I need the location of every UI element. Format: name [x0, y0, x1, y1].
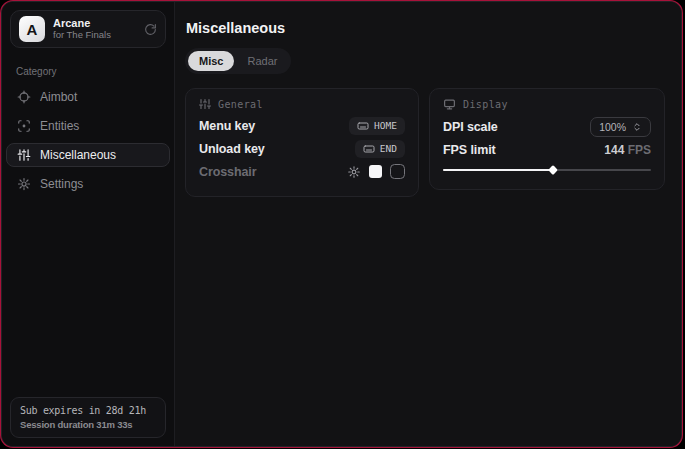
- monitor-icon: [443, 98, 456, 111]
- display-panel: Display DPI scale 100% FPS limit: [429, 88, 665, 190]
- crosshair-icon: [17, 90, 31, 104]
- main-content: Miscellaneous Misc Radar General Menu ke…: [175, 2, 681, 446]
- session-duration-text: Session duration 31m 33s: [20, 419, 156, 430]
- app-window: A Arcane for The Finals Category Aimbot: [1, 1, 682, 447]
- menu-key-label: Menu key: [199, 119, 255, 133]
- sliders-small-icon: [199, 98, 211, 110]
- crosshair-controls: [347, 164, 405, 179]
- unload-key-label: Unload key: [199, 142, 265, 156]
- sub-expiry-text: Sub expires in 28d 21h: [20, 405, 156, 416]
- sidebar-nav: Aimbot Entities Miscellaneous: [2, 83, 174, 198]
- sidebar-item-label: Entities: [40, 119, 79, 133]
- menu-key-row: Menu key HOME: [199, 114, 405, 137]
- dpi-scale-row: DPI scale 100%: [443, 115, 651, 138]
- general-panel: General Menu key HOME Unload key: [185, 88, 419, 197]
- sidebar-item-settings[interactable]: Settings: [6, 172, 170, 196]
- sidebar-item-entities[interactable]: Entities: [6, 114, 170, 138]
- tab-misc[interactable]: Misc: [188, 51, 234, 71]
- display-panel-title: Display: [463, 99, 508, 110]
- brand-card: A Arcane for The Finals: [10, 10, 166, 48]
- desktop-background: A Arcane for The Finals Category Aimbot: [0, 0, 685, 449]
- display-panel-header: Display: [443, 98, 651, 111]
- keyboard-icon: [363, 143, 375, 155]
- entities-scan-icon: [17, 119, 31, 133]
- sidebar-item-label: Aimbot: [40, 90, 77, 104]
- sidebar-item-label: Settings: [40, 177, 83, 191]
- brand-logo: A: [19, 16, 45, 42]
- panels-row: General Menu key HOME Unload key: [185, 88, 667, 197]
- unload-key-row: Unload key END: [199, 137, 405, 160]
- sidebar-spacer: [2, 198, 174, 389]
- dpi-scale-select[interactable]: 100%: [590, 117, 651, 137]
- subscription-status-card: Sub expires in 28d 21h Session duration …: [10, 397, 166, 438]
- dpi-scale-value: 100%: [599, 121, 626, 133]
- unload-key-bind-button[interactable]: END: [355, 140, 405, 158]
- general-panel-title: General: [218, 99, 263, 110]
- menu-key-bind-button[interactable]: HOME: [349, 117, 405, 135]
- page-title: Miscellaneous: [186, 20, 667, 36]
- gear-icon: [17, 177, 31, 191]
- brand-text: Arcane for The Finals: [53, 17, 136, 41]
- slider-thumb[interactable]: [548, 165, 558, 175]
- general-panel-header: General: [199, 98, 405, 110]
- sliders-icon: [17, 148, 31, 162]
- keyboard-icon: [357, 120, 369, 132]
- sidebar-item-aimbot[interactable]: Aimbot: [6, 85, 170, 109]
- slider-fill: [443, 169, 553, 172]
- menu-key-bind-value: HOME: [374, 120, 397, 131]
- tab-radar[interactable]: Radar: [236, 51, 288, 71]
- brand-subtitle: for The Finals: [53, 30, 136, 41]
- crosshair-color-swatch[interactable]: [369, 165, 382, 178]
- unload-key-bind-value: END: [380, 143, 397, 154]
- tab-bar: Misc Radar: [185, 48, 291, 74]
- select-updown-icon: [632, 122, 642, 132]
- fps-number: 144: [604, 143, 624, 157]
- crosshair-settings-gear-icon[interactable]: [347, 165, 361, 179]
- sidebar-item-label: Miscellaneous: [40, 148, 116, 162]
- category-label: Category: [16, 66, 160, 77]
- refresh-icon[interactable]: [144, 23, 157, 36]
- fps-limit-row: FPS limit 144 FPS: [443, 138, 651, 161]
- sidebar-item-miscellaneous[interactable]: Miscellaneous: [6, 143, 170, 167]
- crosshair-row: Crosshair: [199, 160, 405, 183]
- fps-unit: FPS: [628, 143, 651, 157]
- crosshair-checkbox[interactable]: [390, 164, 405, 179]
- crosshair-label: Crosshair: [199, 165, 256, 179]
- brand-title: Arcane: [53, 17, 136, 30]
- slider-track[interactable]: [443, 169, 651, 172]
- fps-limit-slider[interactable]: [443, 164, 651, 176]
- fps-limit-label: FPS limit: [443, 143, 496, 157]
- fps-limit-value: 144 FPS: [604, 143, 651, 157]
- dpi-scale-label: DPI scale: [443, 120, 498, 134]
- sidebar: A Arcane for The Finals Category Aimbot: [2, 2, 175, 446]
